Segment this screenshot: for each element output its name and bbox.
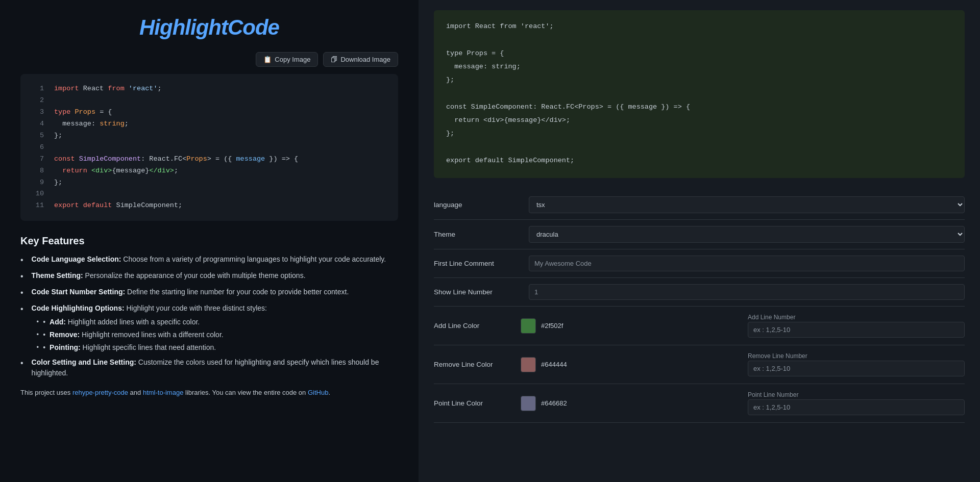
preview-line: return <div>{message}</div>; bbox=[446, 114, 952, 126]
remove-line-color-hex: #644444 bbox=[541, 361, 738, 368]
toolbar: 📋 Copy Image 🗍 Download Image bbox=[20, 52, 398, 67]
download-icon: 🗍 bbox=[331, 56, 337, 63]
code-line-8: 8 return <div>{message}</div>; bbox=[20, 165, 398, 177]
add-line-color-swatch[interactable] bbox=[521, 318, 536, 334]
show-line-number-label: Show Line Number bbox=[434, 288, 521, 296]
list-item: •Add: Highlight added lines with a speci… bbox=[37, 317, 267, 327]
preview-line bbox=[446, 141, 952, 154]
theme-label: Theme bbox=[434, 231, 521, 238]
left-panel: HighlightCode 📋 Copy Image 🗍 Download Im… bbox=[0, 0, 419, 482]
language-select[interactable]: tsx javascript typescript python css htm… bbox=[529, 196, 965, 213]
language-label: language bbox=[434, 201, 521, 209]
point-line-color-row: Point Line Color #646682 Point Line Numb… bbox=[434, 384, 965, 423]
key-features-heading: Key Features bbox=[20, 235, 398, 247]
theme-select[interactable]: dracula github-dark nord one-dark-pro mo… bbox=[529, 226, 965, 243]
preview-area: import React from 'react'; type Props = … bbox=[434, 10, 965, 178]
right-panel: import React from 'react'; type Props = … bbox=[419, 0, 980, 482]
code-line-6: 6 bbox=[20, 142, 398, 154]
remove-line-color-row: Remove Line Color #644444 Remove Line Nu… bbox=[434, 345, 965, 384]
add-line-color-label: Add Line Color bbox=[434, 322, 521, 329]
list-item: •Pointing: Highlight specific lines that… bbox=[37, 342, 267, 353]
github-link[interactable]: GitHub bbox=[308, 389, 328, 396]
features-list: Code Language Selection: Choose from a v… bbox=[20, 254, 398, 378]
point-line-color-hex: #646682 bbox=[541, 399, 738, 407]
list-item: Code Language Selection: Choose from a v… bbox=[20, 254, 398, 266]
preview-line: import React from 'react'; bbox=[446, 20, 952, 33]
list-item: Code Start Number Setting: Define the st… bbox=[20, 287, 398, 299]
show-line-number-row: Show Line Number bbox=[434, 278, 965, 307]
code-line-4: 4 message: string; bbox=[20, 118, 398, 130]
download-image-button[interactable]: 🗍 Download Image bbox=[323, 52, 398, 67]
remove-line-number-input[interactable] bbox=[748, 361, 965, 376]
settings-section: language tsx javascript typescript pytho… bbox=[434, 190, 965, 423]
add-line-color-hex: #2f502f bbox=[541, 322, 738, 329]
list-item: Code Highlighting Options: Highlight you… bbox=[20, 303, 398, 353]
preview-line bbox=[446, 87, 952, 99]
add-line-number-label: Add Line Number bbox=[748, 314, 965, 321]
code-line-11: 11 export default SimpleComponent; bbox=[20, 200, 398, 212]
list-item: Theme Setting: Personalize the appearanc… bbox=[20, 270, 398, 283]
copy-icon: 📋 bbox=[263, 56, 272, 63]
code-line-1: 1 import React from 'react'; bbox=[20, 83, 398, 95]
code-line-3: 3 type Props = { bbox=[20, 107, 398, 118]
show-line-number-input[interactable] bbox=[529, 284, 965, 300]
list-item: •Remove: Highlight removed lines with a … bbox=[37, 329, 267, 340]
add-line-number-input[interactable] bbox=[748, 322, 965, 338]
copy-image-button[interactable]: 📋 Copy Image bbox=[256, 52, 318, 67]
first-line-comment-label: First Line Comment bbox=[434, 260, 521, 267]
list-item: Color Setting and Line Setting: Customiz… bbox=[20, 357, 398, 378]
remove-line-color-swatch[interactable] bbox=[521, 357, 536, 372]
code-line-5: 5 }; bbox=[20, 130, 398, 142]
theme-setting-row: Theme dracula github-dark nord one-dark-… bbox=[434, 220, 965, 249]
preview-line: }; bbox=[446, 128, 952, 140]
code-block: 1 import React from 'react'; 2 3 type Pr… bbox=[20, 74, 398, 221]
add-line-color-row: Add Line Color #2f502f Add Line Number bbox=[434, 307, 965, 345]
preview-line bbox=[446, 34, 952, 46]
first-line-comment-input[interactable] bbox=[529, 256, 965, 271]
rehype-link[interactable]: rehype-pretty-code bbox=[72, 389, 128, 396]
preview-line: }; bbox=[446, 74, 952, 86]
first-line-comment-row: First Line Comment bbox=[434, 249, 965, 278]
preview-line: const SimpleComponent: React.FC<Props> =… bbox=[446, 101, 952, 113]
preview-line: export default SimpleComponent; bbox=[446, 155, 952, 167]
code-line-9: 9 }; bbox=[20, 177, 398, 189]
language-setting-row: language tsx javascript typescript pytho… bbox=[434, 190, 965, 220]
remove-line-number-label: Remove Line Number bbox=[748, 352, 965, 360]
preview-line: message: string; bbox=[446, 61, 952, 73]
preview-line: type Props = { bbox=[446, 47, 952, 60]
point-line-number-label: Point Line Number bbox=[748, 391, 965, 398]
footer-text: This project uses rehype-pretty-code and… bbox=[20, 388, 398, 398]
point-line-number-input[interactable] bbox=[748, 399, 965, 415]
point-line-color-label: Point Line Color bbox=[434, 399, 521, 407]
code-line-10: 10 bbox=[20, 188, 398, 200]
code-line-7: 7 const SimpleComponent: React.FC<Props>… bbox=[20, 154, 398, 165]
remove-line-color-label: Remove Line Color bbox=[434, 361, 521, 368]
html-to-image-link[interactable]: html-to-image bbox=[143, 389, 183, 396]
app-title: HighlightCode bbox=[20, 15, 398, 40]
code-line-2: 2 bbox=[20, 95, 398, 107]
point-line-color-swatch[interactable] bbox=[521, 396, 536, 411]
